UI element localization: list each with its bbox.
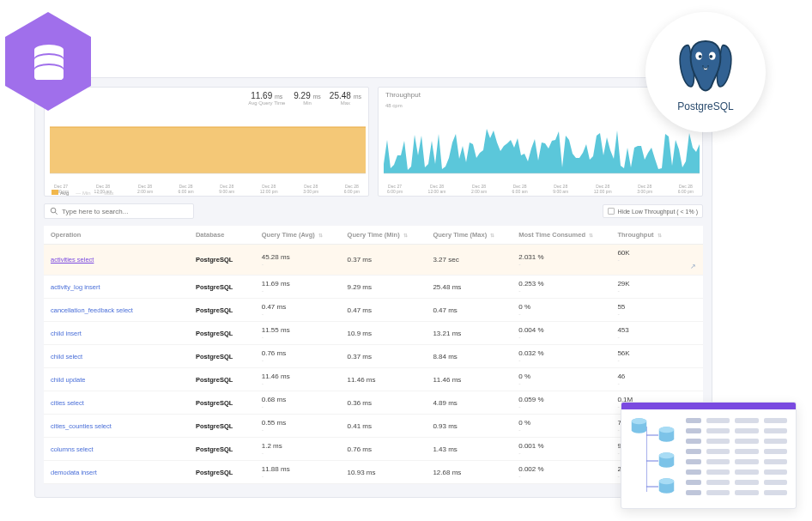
cell-qmin: 9.29 ms [341, 276, 427, 299]
search-input[interactable] [62, 208, 188, 215]
chart-legend: Avg — Min — Max [52, 190, 114, 196]
db-tree-widget [621, 402, 797, 509]
operation-link[interactable]: cities select [44, 391, 189, 415]
cell-qmax: 11.46 ms [426, 368, 512, 391]
cell-qavg: 45.28 ms- [255, 245, 341, 276]
operation-link[interactable]: cancellation_feedback select [44, 299, 189, 322]
svg-point-24 [659, 478, 675, 484]
col-qmax[interactable]: Query Time (Max) ⇅ [426, 226, 512, 245]
col-qavg[interactable]: Query Time (Avg) ⇅ [255, 226, 341, 245]
chart-title: Throughput [385, 91, 421, 99]
cell-qmin: 0.36 ms [341, 391, 427, 415]
col-operation[interactable]: Operation [44, 226, 189, 245]
cell-qmin: 10.9 ms [341, 322, 427, 345]
cell-qavg: 0.47 ms- [255, 299, 341, 322]
cell-qmax: 1.43 ms [426, 438, 512, 461]
cell-database: PostgreSQL [189, 245, 255, 276]
cell-qmax: 25.48 ms [426, 276, 512, 299]
x-axis-labels: Dec 276:00 pmDec 2812:00 amDec 282:00 am… [387, 184, 694, 194]
cell-thr: 453- [610, 322, 703, 345]
operations-table: Operation Database Query Time (Avg) ⇅ Qu… [44, 226, 703, 484]
cell-database: PostgreSQL [189, 391, 255, 415]
table-row[interactable]: columns selectPostgreSQL1.2 ms-0.76 ms1.… [44, 438, 703, 461]
table-row[interactable]: cities_counties selectPostgreSQL0.55 ms-… [44, 415, 703, 438]
postgres-label: PostgreSQL [677, 100, 733, 112]
cell-database: PostgreSQL [189, 322, 255, 345]
table-row[interactable]: child updatePostgreSQL11.46 ms-11.46 ms1… [44, 368, 703, 391]
external-link-icon[interactable]: ↗ [690, 263, 696, 270]
cell-qmax: 8.84 ms [426, 345, 512, 368]
cell-qmin: 0.37 ms [341, 345, 427, 368]
table-row[interactable]: child insertPostgreSQL11.55 ms-10.9 ms13… [44, 322, 703, 345]
cell-thr: 56K- [610, 345, 703, 368]
hide-low-throughput-toggle[interactable]: Hide Low Throughput ( < 1% ) [603, 204, 703, 218]
cell-most: 0.059 %- [512, 391, 610, 415]
cell-qavg: 1.2 ms- [255, 438, 341, 461]
search-box[interactable] [44, 203, 194, 219]
svg-point-18 [632, 418, 647, 424]
cell-most: 0.002 %- [512, 461, 610, 484]
cell-most: 0 %- [512, 299, 610, 322]
widget-rows [686, 409, 796, 508]
cell-database: PostgreSQL [189, 345, 255, 368]
operation-link[interactable]: cities_counties select [44, 415, 189, 438]
cell-qavg: 11.46 ms- [255, 368, 341, 391]
cell-database: PostgreSQL [189, 461, 255, 484]
cell-thr: 46- [610, 368, 703, 391]
checkbox-icon [608, 208, 615, 215]
cell-most: 0.253 %- [512, 276, 610, 299]
query-time-chart[interactable]: 11.69 ms Avg Query Time 9.29 ms Min 25.4… [44, 87, 369, 197]
svg-point-22 [659, 452, 675, 458]
cell-most: 0.001 %- [512, 438, 610, 461]
operation-link[interactable]: activity_log insert [44, 276, 189, 299]
operation-link[interactable]: demodata insert [44, 461, 189, 484]
col-database[interactable]: Database [189, 226, 255, 245]
col-qmin[interactable]: Query Time (Min) ⇅ [341, 226, 427, 245]
dashboard-frame: 11.69 ms Avg Query Time 9.29 ms Min 25.4… [34, 77, 712, 498]
cell-qmin: 0.41 ms [341, 415, 427, 438]
cell-qmax: 4.89 ms [426, 391, 512, 415]
svg-line-16 [55, 212, 58, 215]
operation-link[interactable]: child select [44, 345, 189, 368]
cell-qavg: 11.55 ms- [255, 322, 341, 345]
cell-most: 0 %- [512, 415, 610, 438]
search-icon [50, 207, 58, 215]
db-icon [657, 427, 676, 442]
cell-qavg: 0.68 ms- [255, 391, 341, 415]
table-row[interactable]: activities selectPostgreSQL45.28 ms-0.37… [44, 245, 703, 276]
svg-point-20 [659, 427, 675, 433]
cell-qavg: 11.69 ms- [255, 276, 341, 299]
operation-link[interactable]: child update [44, 368, 189, 391]
postgres-badge: PostgreSQL [645, 12, 766, 132]
cell-qmin: 0.47 ms [341, 299, 427, 322]
db-icon [630, 418, 648, 433]
cell-qmax: 13.21 ms [426, 322, 512, 345]
db-icon [657, 452, 676, 468]
cell-most: 2.031 %- [512, 245, 610, 276]
cell-thr: 55- [610, 299, 703, 322]
col-thr[interactable]: Throughput ⇅ [610, 226, 703, 245]
cell-most: 0.032 %- [512, 345, 610, 368]
cell-qmin: 0.76 ms [341, 438, 427, 461]
col-most[interactable]: Most Time Consumed ⇅ [512, 226, 610, 245]
table-row[interactable]: child selectPostgreSQL0.76 ms-0.37 ms8.8… [44, 345, 703, 368]
cell-qmax: 3.27 sec [426, 245, 512, 276]
operation-link[interactable]: activities select [44, 245, 189, 276]
hex-db-badge [5, 12, 91, 111]
cell-database: PostgreSQL [189, 368, 255, 391]
cell-database: PostgreSQL [189, 276, 255, 299]
svg-rect-14 [50, 127, 366, 173]
cell-qmin: 0.37 ms [341, 245, 427, 276]
table-row[interactable]: demodata insertPostgreSQL11.88 ms-10.93 … [44, 461, 703, 484]
operation-link[interactable]: child insert [44, 322, 189, 345]
cell-qmin: 10.93 ms [341, 461, 427, 484]
cell-qmax: 0.93 ms [426, 415, 512, 438]
svg-point-15 [51, 208, 56, 213]
cell-thr: 60K-↗ [610, 245, 703, 276]
cell-thr: 29K- [610, 276, 703, 299]
table-row[interactable]: cities selectPostgreSQL0.68 ms-0.36 ms4.… [44, 391, 703, 415]
cell-qavg: 0.76 ms- [255, 345, 341, 368]
table-row[interactable]: cancellation_feedback selectPostgreSQL0.… [44, 299, 703, 322]
table-row[interactable]: activity_log insertPostgreSQL11.69 ms-9.… [44, 276, 703, 299]
operation-link[interactable]: columns select [44, 438, 189, 461]
